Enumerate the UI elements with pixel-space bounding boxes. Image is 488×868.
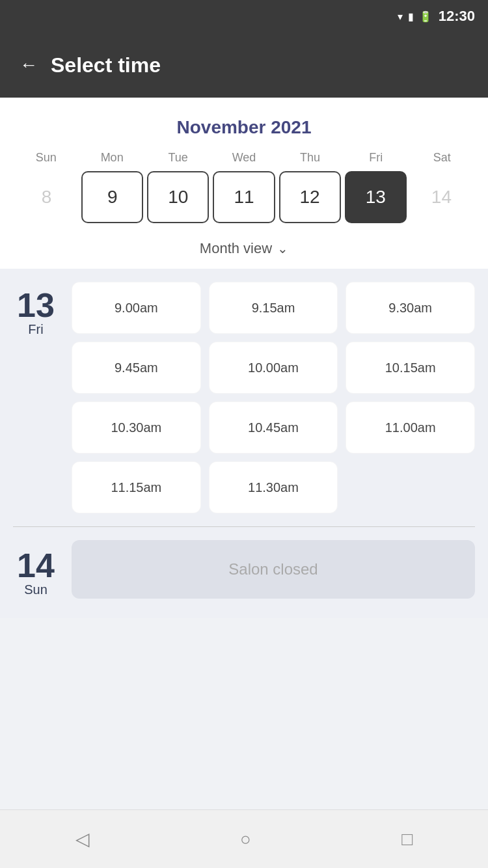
day-name: Fri — [28, 322, 43, 337]
weekday-label: Sun — [13, 151, 79, 165]
time-slot[interactable]: 10.45am — [209, 401, 338, 454]
day-number: 14 — [17, 549, 55, 582]
page-title: Select time — [51, 53, 161, 77]
nav-recent-button[interactable]: □ — [401, 829, 413, 850]
salon-closed-label: Salon closed — [72, 540, 475, 599]
bottom-navigation: ◁ ○ □ — [0, 809, 488, 868]
date-cell[interactable]: 10 — [147, 171, 209, 223]
wifi-icon: ▾ — [398, 10, 403, 23]
date-cell[interactable]: 13 — [345, 171, 407, 223]
time-slot[interactable]: 10.00am — [209, 342, 338, 394]
date-cell[interactable]: 11 — [213, 171, 275, 223]
time-slot[interactable]: 10.15am — [346, 342, 475, 394]
day-label: 13Fri — [13, 282, 59, 513]
weekday-row: SunMonTueWedThuFriSat — [13, 151, 475, 165]
back-button[interactable]: ← — [20, 55, 38, 75]
day-section: 13Fri9.00am9.15am9.30am9.45am10.00am10.1… — [13, 282, 475, 513]
chevron-down-icon: ⌄ — [277, 241, 288, 256]
month-year-label: November 2021 — [13, 111, 475, 151]
month-view-toggle[interactable]: Month view ⌄ — [13, 234, 475, 269]
app-header: ← Select time — [0, 33, 488, 98]
section-divider — [13, 526, 475, 527]
time-slot[interactable]: 10.30am — [72, 401, 201, 454]
day-number: 13 — [17, 288, 55, 322]
calendar-section: November 2021 SunMonTueWedThuFriSat 8910… — [0, 98, 488, 269]
status-icons: ▾ ▮ 🔋 — [398, 10, 432, 23]
time-slot[interactable]: 11.15am — [72, 461, 201, 513]
weekday-label: Wed — [211, 151, 277, 165]
time-slot[interactable]: 9.15am — [209, 282, 338, 334]
time-slot[interactable]: 9.45am — [72, 342, 201, 394]
status-bar: ▾ ▮ 🔋 12:30 — [0, 0, 488, 33]
time-slot[interactable]: 11.30am — [209, 461, 338, 513]
time-slots-section: 13Fri9.00am9.15am9.30am9.45am10.00am10.1… — [0, 269, 488, 618]
signal-icon: ▮ — [408, 10, 414, 23]
weekday-label: Mon — [79, 151, 144, 165]
time-slot[interactable]: 11.00am — [346, 401, 475, 454]
date-cell[interactable]: 12 — [279, 171, 341, 223]
status-time: 12:30 — [439, 8, 475, 25]
nav-home-button[interactable]: ○ — [240, 829, 251, 850]
dates-row: 891011121314 — [13, 171, 475, 223]
time-slot[interactable]: 9.00am — [72, 282, 201, 334]
weekday-label: Fri — [343, 151, 409, 165]
month-view-label: Month view — [200, 240, 272, 257]
time-slot[interactable]: 9.30am — [346, 282, 475, 334]
date-cell[interactable]: 14 — [411, 171, 472, 223]
weekday-label: Tue — [145, 151, 211, 165]
weekday-label: Sat — [409, 151, 475, 165]
nav-back-button[interactable]: ◁ — [75, 828, 90, 850]
slots-grid: 9.00am9.15am9.30am9.45am10.00am10.15am10… — [72, 282, 475, 513]
date-cell[interactable]: 9 — [81, 171, 143, 223]
day-label: 14Sun — [13, 542, 59, 597]
weekday-label: Thu — [277, 151, 343, 165]
battery-icon: 🔋 — [419, 10, 432, 23]
date-cell[interactable]: 8 — [16, 171, 77, 223]
day-section: 14SunSalon closed — [13, 540, 475, 599]
day-name: Sun — [24, 582, 47, 597]
